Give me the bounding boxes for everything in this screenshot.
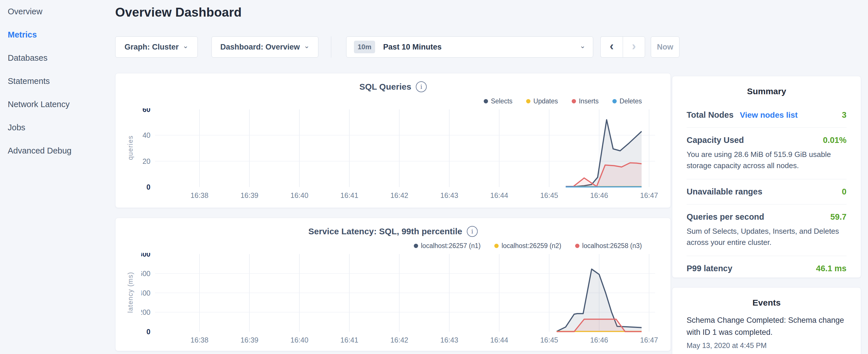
svg-text:800: 800	[141, 253, 150, 258]
view-nodes-list-link[interactable]: View nodes list	[740, 110, 798, 120]
svg-text:16:45: 16:45	[540, 336, 558, 344]
legend-item-selects[interactable]: Selects	[484, 97, 513, 105]
svg-text:20: 20	[143, 157, 150, 165]
summary-row-value: 46.1 ms	[816, 264, 846, 273]
legend-item-inserts[interactable]: Inserts	[572, 97, 599, 105]
svg-text:400: 400	[141, 289, 150, 297]
summary-row-value: 3	[842, 110, 846, 120]
svg-text:16:40: 16:40	[290, 191, 309, 199]
sidebar-item-databases[interactable]: Databases	[0, 46, 115, 70]
svg-text:600: 600	[141, 269, 150, 278]
summary-row-value: 0	[842, 187, 846, 196]
svg-text:16:44: 16:44	[490, 336, 508, 344]
summary-row-label: Capacity Used	[687, 135, 744, 145]
legend-label: Deletes	[620, 97, 642, 105]
time-next-button[interactable]: ›	[623, 36, 645, 58]
sql-queries-chart-card: SQL QueriesiSelectsUpdatesInsertsDeletes…	[115, 73, 671, 208]
chart-canvas: 020040060080016:3816:3916:4016:4116:4216…	[141, 253, 660, 349]
sidebar-item-advanced-debug[interactable]: Advanced Debug	[0, 139, 115, 162]
legend-label: localhost:26259 (n2)	[501, 242, 561, 250]
sidebar-item-network-latency[interactable]: Network Latency	[0, 93, 115, 116]
sidebar-item-overview[interactable]: Overview	[0, 0, 115, 23]
svg-text:16:47: 16:47	[640, 191, 658, 199]
svg-text:16:41: 16:41	[340, 336, 359, 344]
legend-dot-icon	[526, 99, 530, 103]
info-icon[interactable]: i	[467, 226, 478, 237]
svg-text:16:39: 16:39	[241, 191, 258, 199]
svg-text:16:47: 16:47	[640, 336, 658, 344]
legend-dot-icon	[575, 244, 580, 248]
chart-canvas: 020406016:3816:3916:4016:4116:4216:4316:…	[141, 108, 660, 204]
chevron-down-icon: ⌄	[580, 42, 585, 50]
y-axis-label: queries	[127, 125, 134, 170]
graph-dropdown[interactable]: Graph: Cluster ⌄	[115, 36, 198, 58]
svg-text:0: 0	[147, 183, 150, 191]
legend-dot-icon	[414, 244, 418, 248]
page-title: Overview Dashboard	[115, 5, 242, 20]
right-sidebar: Summary Total NodesView nodes list3Capac…	[672, 0, 861, 354]
legend-dot-icon	[484, 99, 488, 103]
legend-label: Updates	[533, 97, 558, 105]
chevron-right-icon: ›	[632, 39, 636, 53]
events-title: Events	[672, 288, 861, 311]
svg-text:60: 60	[143, 108, 150, 114]
svg-text:16:42: 16:42	[390, 191, 408, 199]
legend-dot-icon	[572, 99, 576, 103]
info-icon[interactable]: i	[416, 81, 427, 92]
svg-text:16:45: 16:45	[540, 191, 558, 199]
graph-dropdown-label: Graph: Cluster	[124, 43, 179, 52]
sidebar: OverviewMetricsDatabasesStatementsNetwor…	[0, 0, 115, 354]
summary-row-label: Total Nodes	[687, 110, 734, 120]
legend-item-localhost-26258-n3-[interactable]: localhost:26258 (n3)	[575, 242, 642, 250]
svg-text:16:43: 16:43	[440, 336, 458, 344]
legend-item-updates[interactable]: Updates	[526, 97, 558, 105]
time-pager: ‹ ›	[600, 36, 645, 58]
time-window-dropdown[interactable]: 10m Past 10 Minutes ⌄	[346, 36, 593, 58]
summary-row-label: Unavailable ranges	[687, 187, 762, 196]
svg-text:0: 0	[147, 328, 150, 336]
events-list: Schema Change Completed: Schema change w…	[672, 311, 861, 350]
sidebar-item-jobs[interactable]: Jobs	[0, 116, 115, 139]
summary-row: Unavailable ranges0	[687, 179, 846, 204]
summary-row-value: 0.01%	[823, 135, 846, 145]
summary-rows: Total NodesView nodes list3Capacity Used…	[672, 99, 861, 281]
chart-title: SQL Queries	[359, 82, 411, 92]
svg-text:16:44: 16:44	[490, 191, 508, 199]
time-prev-button[interactable]: ‹	[600, 36, 623, 58]
dashboard-dropdown-label: Dashboard: Overview	[220, 43, 300, 52]
chevron-down-icon: ⌄	[304, 42, 309, 50]
toolbar: Graph: Cluster ⌄ Dashboard: Overview ⌄ 1…	[115, 36, 679, 58]
sidebar-item-metrics[interactable]: Metrics	[0, 23, 115, 46]
summary-row-subtext: Sum of Selects, Updates, Inserts, and De…	[687, 226, 846, 248]
chart-title: Service Latency: SQL, 99th percentile	[308, 227, 462, 236]
svg-text:16:42: 16:42	[390, 336, 408, 344]
chart-legend: localhost:26257 (n1)localhost:26259 (n2)…	[414, 242, 642, 250]
svg-text:40: 40	[143, 131, 150, 139]
legend-label: localhost:26258 (n3)	[582, 242, 642, 250]
chevron-down-icon: ⌄	[183, 42, 188, 50]
chart-legend: SelectsUpdatesInsertsDeletes	[484, 97, 642, 105]
legend-item-deletes[interactable]: Deletes	[612, 97, 642, 105]
chart-title-row: Service Latency: SQL, 99th percentilei	[116, 226, 671, 237]
summary-row-label: P99 latency	[687, 264, 733, 273]
summary-row: Capacity Used0.01%You are using 28.6 MiB…	[687, 127, 846, 179]
legend-label: Inserts	[579, 97, 599, 105]
event-date: May 13, 2020 at 4:45 PM	[687, 342, 846, 350]
summary-row: Total NodesView nodes list3	[687, 102, 846, 127]
summary-row-value: 59.7	[831, 212, 846, 222]
sidebar-item-statements[interactable]: Statements	[0, 70, 115, 93]
svg-text:16:43: 16:43	[440, 191, 458, 199]
events-panel: Events Schema Change Completed: Schema c…	[672, 287, 861, 354]
legend-item-localhost-26259-n2-[interactable]: localhost:26259 (n2)	[494, 242, 561, 250]
legend-dot-icon	[612, 99, 617, 103]
summary-panel: Summary Total NodesView nodes list3Capac…	[672, 76, 861, 278]
summary-row: P99 latency46.1 ms	[687, 256, 846, 281]
legend-label: Selects	[491, 97, 513, 105]
legend-item-localhost-26257-n1-[interactable]: localhost:26257 (n1)	[414, 242, 480, 250]
time-window-label: Past 10 Minutes	[383, 43, 442, 52]
svg-text:200: 200	[141, 308, 150, 316]
dashboard-dropdown[interactable]: Dashboard: Overview ⌄	[212, 36, 318, 58]
app-root: OverviewMetricsDatabasesStatementsNetwor…	[0, 0, 868, 354]
summary-title: Summary	[672, 76, 861, 99]
svg-text:16:46: 16:46	[590, 336, 608, 344]
